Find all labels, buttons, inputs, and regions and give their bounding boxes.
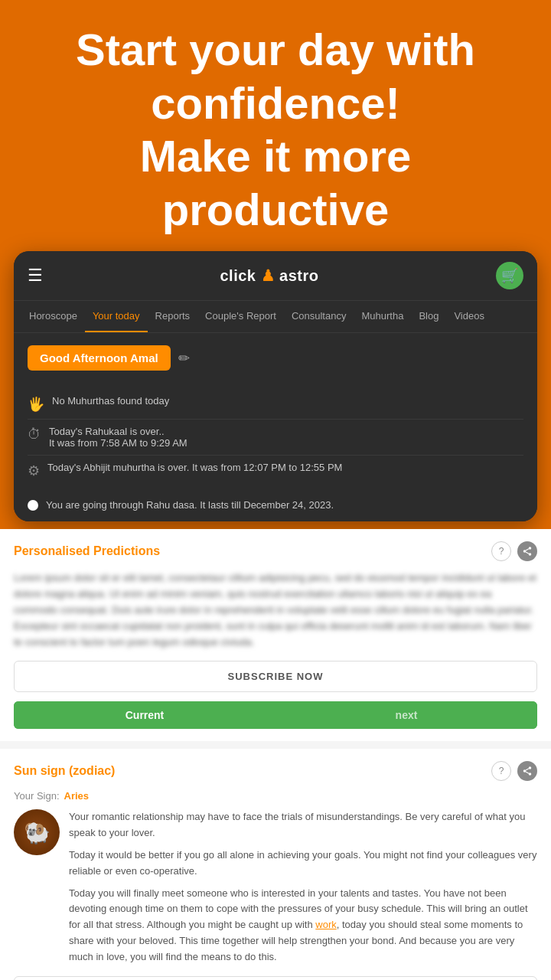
app-card: ☰ click ♟ astro 🛒 Horoscope Your today R… (14, 251, 537, 521)
sun-sign-body: 🐏 Your romantic relationship may have to… (14, 809, 537, 965)
dasa-info: You are going through Rahu dasa. It last… (14, 492, 537, 521)
muhurtha-item-1: 🖐 No Muhurthas found today (28, 389, 523, 420)
svg-point-6 (523, 770, 527, 773)
greeting-section: Good Afternoon Amal ✏ (14, 333, 537, 383)
sun-sign-title: Sun sign (zodiac) (14, 764, 115, 778)
timer-icon: ⏱ (28, 426, 41, 443)
help-icon[interactable]: ? (491, 541, 511, 561)
predictions-header: Personalised Predictions ? (14, 541, 537, 561)
predictions-tabs: Current next (14, 701, 537, 729)
your-sign-row: Your Sign: Aries (14, 790, 537, 802)
nav-videos[interactable]: Videos (446, 301, 492, 332)
personalised-predictions-card: Personalised Predictions ? Lorem ipsum d… (0, 529, 551, 741)
greeting-badge: Good Afternoon Amal (28, 345, 171, 371)
subscribe-button-sun-sign[interactable]: SUBSCRIBE NOW (14, 976, 537, 980)
sun-sign-card: Sun sign (zodiac) ? Your Sign: Aries 🐏 Y… (0, 749, 551, 980)
hand-icon: 🖐 (28, 396, 44, 413)
sun-help-icon[interactable]: ? (491, 761, 511, 781)
muhurtha-text-1: No Muhurthas found today (52, 395, 169, 407)
main-content: Personalised Predictions ? Lorem ipsum d… (0, 529, 551, 980)
predictions-text: Lorem ipsum dolor sit er elit lamet, con… (14, 570, 537, 650)
highlight-work: work (315, 919, 336, 930)
nav-reports[interactable]: Reports (148, 301, 198, 332)
svg-point-7 (529, 773, 532, 776)
muhurtha-list: 🖐 No Muhurthas found today ⏱ Today's Rah… (14, 383, 537, 492)
tab-next[interactable]: next (276, 701, 537, 729)
aries-image: 🐏 (14, 809, 60, 855)
nav-consultancy[interactable]: Consultancy (284, 301, 354, 332)
nav-your-today[interactable]: Your today (85, 301, 148, 332)
svg-line-3 (526, 552, 529, 554)
svg-line-8 (526, 772, 529, 773)
gear-icon: ⚙ (28, 462, 40, 479)
app-header: ☰ click ♟ astro 🛒 (14, 251, 537, 301)
edit-icon[interactable]: ✏ (178, 350, 190, 367)
dasa-dot (28, 500, 38, 511)
nav-horoscope[interactable]: Horoscope (21, 301, 85, 332)
svg-point-2 (529, 554, 532, 557)
nav-bar: Horoscope Your today Reports Couple's Re… (14, 301, 537, 333)
menu-icon[interactable]: ☰ (28, 266, 43, 286)
tab-current[interactable]: Current (14, 701, 276, 729)
muhurtha-item-2: ⏱ Today's Rahukaal is over.. It was from… (28, 420, 523, 456)
share-icon[interactable] (517, 541, 537, 561)
sun-sign-header: Sun sign (zodiac) ? (14, 761, 537, 781)
sun-share-icon[interactable] (517, 761, 537, 781)
svg-point-1 (523, 550, 527, 554)
muhurtha-item-3: ⚙ Today's Abhijit muhurtha is over. It w… (28, 456, 523, 485)
svg-line-4 (526, 549, 529, 550)
svg-point-5 (529, 767, 532, 770)
svg-point-0 (529, 547, 532, 550)
nav-muhurtha[interactable]: Muhurtha (354, 301, 411, 332)
cart-button[interactable]: 🛒 (496, 262, 523, 289)
nav-couples-report[interactable]: Couple's Report (197, 301, 284, 332)
sun-sign-icons: ? (491, 761, 537, 781)
subscribe-button-predictions[interactable]: SUBSCRIBE NOW (14, 661, 537, 692)
predictions-title: Personalised Predictions (14, 544, 160, 558)
hero-title: Start your day with confidence! Make it … (31, 23, 520, 236)
nav-blog[interactable]: Blog (411, 301, 446, 332)
muhurtha-text-3: Today's Abhijit muhurtha is over. It was… (47, 462, 342, 473)
svg-line-9 (526, 769, 529, 770)
app-logo: click ♟ astro (220, 266, 318, 285)
predictions-icons: ? (491, 541, 537, 561)
muhurtha-text-2: Today's Rahukaal is over.. It was from 7… (49, 426, 187, 449)
sun-sign-text: Your romantic relationship may have to f… (69, 809, 537, 965)
hero-section: Start your day with confidence! Make it … (0, 0, 551, 251)
